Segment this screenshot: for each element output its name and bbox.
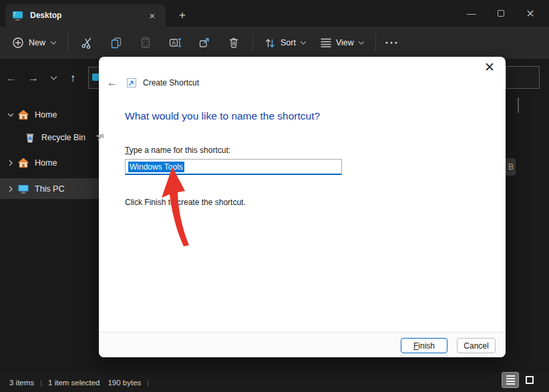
tree-item-label: Home	[35, 110, 57, 120]
label: Cancel	[464, 341, 488, 351]
sidebar-item-home-2[interactable]: Home	[4, 153, 57, 173]
dialog-heading: What would you like to name the shortcut…	[125, 110, 320, 122]
dialog-header: ← Create Shortcut	[104, 77, 199, 89]
create-shortcut-dialog: ✕ ← Create Shortcut What would you like …	[99, 57, 506, 357]
share-icon	[198, 36, 211, 49]
shortcut-icon	[127, 78, 136, 87]
trash-icon	[227, 36, 240, 49]
sidebar-item-this-pc[interactable]: This PC	[4, 179, 64, 199]
icons-view-icon	[526, 376, 534, 384]
toolbar-divider	[252, 34, 253, 51]
up-button[interactable]: ↑	[63, 72, 83, 84]
dialog-back-button[interactable]: ←	[104, 77, 120, 89]
home-icon	[17, 109, 29, 121]
minimize-button[interactable]: —	[457, 0, 486, 27]
chevron-expanded-icon[interactable]	[4, 113, 17, 118]
sort-button[interactable]: Sort	[257, 33, 313, 53]
size-badge-text: B	[508, 162, 514, 172]
maximize-icon	[498, 10, 504, 17]
ellipsis-icon	[385, 41, 398, 45]
access-key: T	[125, 146, 130, 155]
view-label: View	[336, 38, 354, 47]
sort-label: Sort	[281, 38, 296, 47]
label-rest: ype a name for this shortcut:	[130, 146, 230, 155]
chevron-down-icon	[358, 41, 365, 45]
back-button[interactable]: ←	[0, 72, 23, 84]
paste-icon	[139, 36, 152, 49]
delete-button[interactable]	[219, 31, 248, 54]
new-button[interactable]: New	[5, 33, 63, 53]
recycle-bin-icon	[24, 132, 36, 144]
selection-size: 190 bytes	[108, 379, 141, 387]
details-view-icon	[506, 375, 515, 385]
sidebar-item-recycle-bin[interactable]: Recycle Bin	[24, 128, 85, 148]
view-lines-icon	[320, 37, 332, 48]
tree-item-label: This PC	[35, 184, 64, 194]
sort-icon	[264, 37, 277, 49]
svg-text:A: A	[172, 39, 176, 46]
share-button[interactable]	[190, 31, 219, 54]
forward-button[interactable]: →	[23, 72, 44, 84]
details-view-button[interactable]	[502, 372, 519, 388]
recent-locations-button[interactable]	[44, 75, 63, 81]
scrollbar-fragment[interactable]	[518, 97, 519, 113]
label-rest: inish	[418, 341, 435, 351]
chevron-down-icon	[300, 41, 307, 45]
more-options-button[interactable]	[380, 31, 403, 54]
status-separator: |	[40, 379, 42, 387]
cut-button[interactable]	[72, 31, 102, 54]
tab-desktop[interactable]: Desktop ×	[5, 4, 166, 27]
tree-item-label: Home	[35, 158, 57, 168]
plus-circle-icon	[12, 37, 24, 49]
shortcut-name-label: Type a name for this shortcut:	[125, 146, 230, 155]
home-icon	[17, 157, 29, 169]
dialog-title: Create Shortcut	[143, 78, 199, 87]
status-info: 3 items | 1 item selected 190 bytes |	[9, 379, 155, 387]
shortcut-name-input[interactable]: Windows Tools	[125, 159, 342, 175]
dialog-instruction: Click Finish to create the shortcut.	[125, 198, 246, 207]
copy-button[interactable]	[102, 31, 131, 54]
view-toggle-group	[502, 372, 538, 388]
command-bar: New	[0, 27, 549, 59]
desktop-monitor-icon	[12, 11, 23, 21]
status-bar: 3 items | 1 item selected 190 bytes |	[0, 373, 549, 392]
tree-item-label: Recycle Bin	[41, 133, 85, 142]
items-count: 3 items	[9, 379, 34, 387]
tab-title: Desktop	[30, 11, 146, 20]
maximize-button[interactable]	[486, 0, 516, 27]
this-pc-icon	[17, 183, 29, 195]
selected-input-text: Windows Tools	[128, 162, 184, 172]
toolbar-divider	[67, 34, 68, 51]
toolbar-divider	[375, 34, 376, 51]
chevron-down-icon	[50, 41, 57, 45]
icons-view-button[interactable]	[521, 372, 538, 388]
rename-button[interactable]: A	[160, 31, 190, 54]
close-button[interactable]: ✕	[516, 0, 545, 27]
window-controls: — ✕	[457, 0, 545, 27]
selection-count: 1 item selected	[48, 379, 100, 387]
tab-close-icon[interactable]: ×	[146, 10, 159, 21]
new-label: New	[29, 38, 45, 47]
cancel-button[interactable]: Cancel	[457, 338, 496, 353]
copy-icon	[110, 36, 123, 49]
rename-icon: A	[168, 36, 182, 49]
navigation-bar: ← → ↑	[0, 67, 99, 89]
new-tab-button[interactable]: +	[174, 7, 191, 24]
view-button[interactable]: View	[313, 33, 371, 52]
dialog-close-button[interactable]: ✕	[482, 59, 498, 75]
chevron-down-icon	[50, 75, 57, 81]
finish-button[interactable]: Finish	[401, 338, 447, 353]
chevron-collapsed-icon[interactable]	[4, 186, 17, 192]
paste-button[interactable]	[131, 31, 160, 54]
status-separator: |	[147, 379, 149, 387]
chevron-collapsed-icon[interactable]	[4, 160, 17, 166]
titlebar: Desktop × + — ✕	[0, 0, 549, 27]
dialog-footer: Finish Cancel	[99, 332, 506, 357]
sidebar-item-home[interactable]: Home	[4, 105, 57, 125]
scissors-icon	[80, 36, 94, 49]
search-box-fragment[interactable]	[506, 66, 540, 89]
file-explorer-window: Desktop × + — ✕ New	[0, 0, 549, 392]
